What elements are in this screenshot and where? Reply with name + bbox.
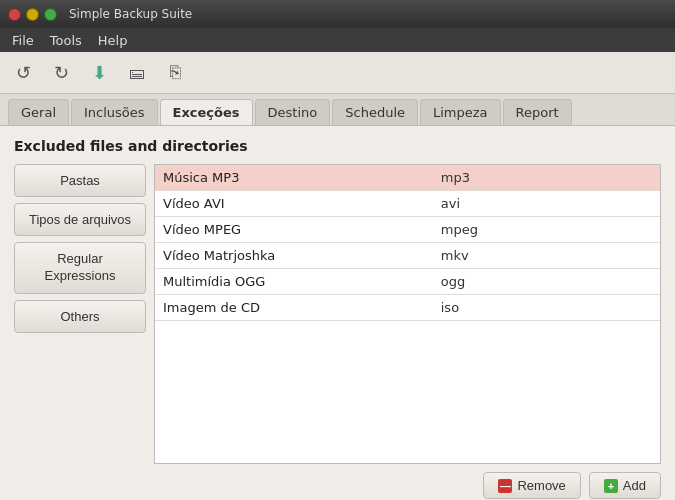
download-button[interactable]: ⬇ <box>82 57 116 89</box>
close-button[interactable] <box>8 8 21 21</box>
toolbar: ↺ ↻ ⬇ 🖴 ⎘ <box>0 52 675 94</box>
tab-limpeza[interactable]: Limpeza <box>420 99 501 125</box>
content-area: Pastas Tipos de arquivos Regular Express… <box>14 164 661 464</box>
section-title: Excluded files and directories <box>14 138 661 154</box>
titlebar-buttons <box>8 8 57 21</box>
action-row: — Remove + Add <box>14 464 661 500</box>
minimize-button[interactable] <box>26 8 39 21</box>
refresh-button[interactable]: ↻ <box>44 57 78 89</box>
file-name: Multimídia OGG <box>155 269 433 295</box>
tab-schedule[interactable]: Schedule <box>332 99 418 125</box>
file-name: Vídeo AVI <box>155 191 433 217</box>
menu-tools[interactable]: Tools <box>42 31 90 50</box>
tab-geral[interactable]: Geral <box>8 99 69 125</box>
main-content: Excluded files and directories Pastas Ti… <box>0 126 675 500</box>
back-button[interactable]: ↺ <box>6 57 40 89</box>
copy-button[interactable]: ⎘ <box>158 57 192 89</box>
file-name: Música MP3 <box>155 165 433 191</box>
remove-button[interactable]: — Remove <box>483 472 580 499</box>
file-ext: mpeg <box>433 217 660 243</box>
file-ext: mp3 <box>433 165 660 191</box>
table-row[interactable]: Música MP3 mp3 <box>155 165 660 191</box>
add-icon: + <box>604 479 618 493</box>
tab-inclusoes[interactable]: Inclusões <box>71 99 158 125</box>
file-ext: ogg <box>433 269 660 295</box>
drive-button[interactable]: 🖴 <box>120 57 154 89</box>
maximize-button[interactable] <box>44 8 57 21</box>
table-row[interactable]: Vídeo MPEG mpeg <box>155 217 660 243</box>
table-row[interactable]: Imagem de CD iso <box>155 295 660 321</box>
add-button[interactable]: + Add <box>589 472 661 499</box>
table-row[interactable]: Vídeo AVI avi <box>155 191 660 217</box>
menu-file[interactable]: File <box>4 31 42 50</box>
menu-help[interactable]: Help <box>90 31 136 50</box>
file-ext: mkv <box>433 243 660 269</box>
file-name: Vídeo MPEG <box>155 217 433 243</box>
left-buttons: Pastas Tipos de arquivos Regular Express… <box>14 164 146 464</box>
tab-destino[interactable]: Destino <box>255 99 331 125</box>
titlebar: Simple Backup Suite <box>0 0 675 28</box>
files-table: Música MP3 mp3 Vídeo AVI avi Vídeo MPEG … <box>155 165 660 321</box>
table-row[interactable]: Vídeo Matrjoshka mkv <box>155 243 660 269</box>
tab-report[interactable]: Report <box>503 99 572 125</box>
table-container: Música MP3 mp3 Vídeo AVI avi Vídeo MPEG … <box>154 164 661 464</box>
tabs-bar: Geral Inclusões Exceções Destino Schedul… <box>0 94 675 126</box>
file-ext: avi <box>433 191 660 217</box>
table-row[interactable]: Multimídia OGG ogg <box>155 269 660 295</box>
file-name: Vídeo Matrjoshka <box>155 243 433 269</box>
tab-excecoes[interactable]: Exceções <box>160 99 253 125</box>
file-name: Imagem de CD <box>155 295 433 321</box>
others-button[interactable]: Others <box>14 300 146 333</box>
remove-icon: — <box>498 479 512 493</box>
file-ext: iso <box>433 295 660 321</box>
tipos-button[interactable]: Tipos de arquivos <box>14 203 146 236</box>
regex-button[interactable]: Regular Expressions <box>14 242 146 294</box>
menubar: File Tools Help <box>0 28 675 52</box>
pastas-button[interactable]: Pastas <box>14 164 146 197</box>
window-title: Simple Backup Suite <box>69 7 192 21</box>
